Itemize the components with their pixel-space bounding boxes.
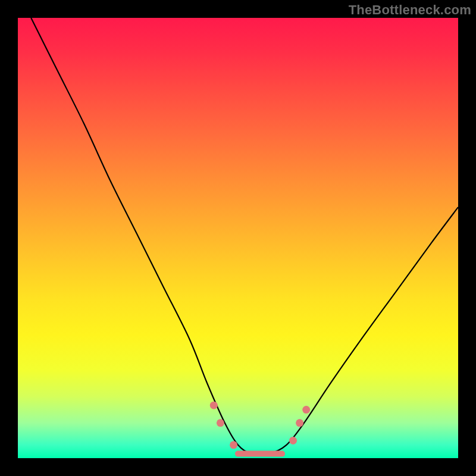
curve-marker [230, 441, 237, 449]
chart-svg [18, 18, 458, 458]
curve-markers [210, 402, 310, 449]
curve-marker [296, 419, 303, 427]
plot-area [18, 18, 458, 458]
curve-marker [289, 437, 297, 444]
bottleneck-curve [31, 18, 458, 455]
curve-marker [210, 402, 218, 409]
curve-marker [217, 419, 224, 427]
watermark-text: TheBottleneck.com [349, 2, 471, 18]
chart-frame: TheBottleneck.com [0, 0, 476, 476]
curve-marker [302, 406, 310, 414]
